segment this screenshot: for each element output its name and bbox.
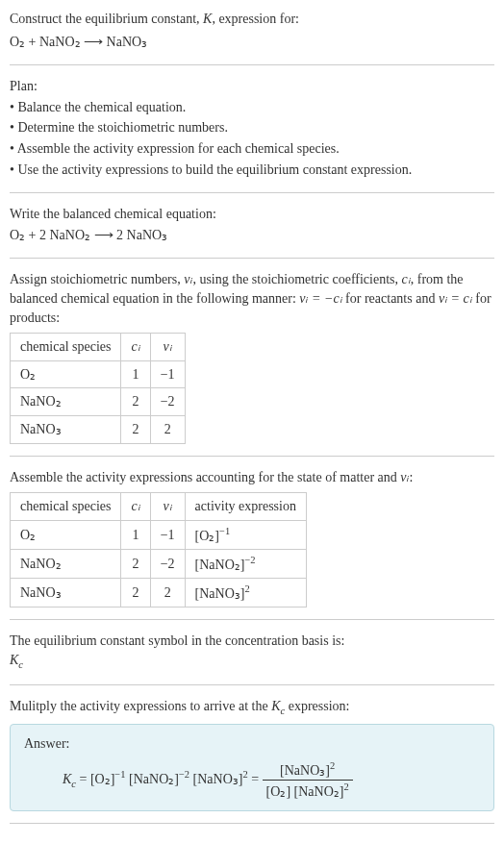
activity-heading-b: : bbox=[410, 470, 414, 484]
col-activity: activity expression bbox=[185, 493, 306, 521]
symbol-section: The equilibrium constant symbol in the c… bbox=[10, 632, 494, 684]
cell-nui: −2 bbox=[150, 549, 185, 578]
rel2: νᵢ = cᵢ bbox=[439, 291, 472, 306]
cell-species: NaNO₂ bbox=[11, 388, 121, 416]
cell-nui: 2 bbox=[150, 579, 185, 608]
cell-species: O₂ bbox=[11, 360, 121, 388]
title-k: K bbox=[203, 12, 212, 26]
cell-ci: 2 bbox=[121, 549, 150, 578]
col-ci: cᵢ bbox=[121, 493, 150, 521]
cell-nui: −2 bbox=[150, 388, 185, 416]
c-i: cᵢ bbox=[402, 272, 411, 286]
cell-ci: 1 bbox=[121, 520, 150, 549]
balanced-heading: Write the balanced chemical equation: bbox=[10, 205, 494, 224]
plan-section: Plan: • Balance the chemical equation. •… bbox=[10, 77, 494, 193]
cell-ci: 1 bbox=[121, 360, 150, 388]
stoich-section: Assign stoichiometric numbers, νᵢ, using… bbox=[10, 270, 494, 456]
table-row: NaNO₂ 2 −2 bbox=[11, 388, 186, 416]
kc-expression: Kc = [O₂]−1 [NaNO₂]−2 [NaNO₃]2 = [NaNO₃]… bbox=[24, 759, 480, 802]
symbol-text: The equilibrium constant symbol in the c… bbox=[10, 632, 494, 651]
title-prefix: Construct the equilibrium constant, bbox=[10, 12, 203, 26]
cell-ci: 2 bbox=[121, 388, 150, 416]
final-section: Mulitply the activity expressions to arr… bbox=[10, 697, 494, 825]
numerator: [NaNO₃]2 bbox=[263, 759, 353, 781]
final-heading: Mulitply the activity expressions to arr… bbox=[10, 697, 494, 718]
col-nui: νᵢ bbox=[150, 493, 185, 521]
nu-i: νᵢ bbox=[400, 470, 409, 484]
table-row: NaNO₃ 2 2 [NaNO₃]2 bbox=[11, 579, 307, 608]
plan-heading: Plan: bbox=[10, 77, 494, 96]
table-row: NaNO₂ 2 −2 [NaNO₂]−2 bbox=[11, 549, 307, 578]
plan-item: • Balance the chemical equation. bbox=[10, 98, 494, 117]
stoich-table: chemical species cᵢ νᵢ O₂ 1 −1 NaNO₂ 2 −… bbox=[10, 333, 186, 443]
cell-activity: [NaNO₂]−2 bbox=[185, 549, 306, 578]
cell-species: NaNO₃ bbox=[11, 415, 121, 443]
table-row: NaNO₃ 2 2 bbox=[11, 415, 186, 443]
fraction: [NaNO₃]2[O₂] [NaNO₂]2 bbox=[263, 759, 353, 802]
activity-heading: Assemble the activity expressions accoun… bbox=[10, 468, 494, 487]
cell-activity: [O₂]−1 bbox=[185, 520, 306, 549]
col-ci: cᵢ bbox=[121, 334, 150, 361]
stoich-text: Assign stoichiometric numbers, νᵢ, using… bbox=[10, 270, 494, 327]
title-suffix: , expression for: bbox=[212, 12, 299, 26]
answer-label: Answer: bbox=[24, 734, 480, 754]
final-heading-b: expression: bbox=[285, 699, 349, 713]
stoich-text-b: , using the stoichiometric coefficients, bbox=[192, 272, 401, 286]
table-header-row: chemical species cᵢ νᵢ bbox=[11, 334, 186, 361]
kc-symbol: Kc bbox=[10, 651, 494, 672]
cell-nui: −1 bbox=[150, 520, 185, 549]
col-species: chemical species bbox=[11, 493, 121, 521]
unbalanced-equation: O₂ + NaNO₂ ⟶ NaNO₃ bbox=[10, 33, 494, 52]
rel1: νᵢ = −cᵢ bbox=[299, 291, 341, 306]
denominator: [O₂] [NaNO₂]2 bbox=[263, 781, 353, 801]
cell-species: O₂ bbox=[11, 520, 121, 549]
plan-item: • Assemble the activity expression for e… bbox=[10, 139, 494, 159]
answer-box: Answer: Kc = [O₂]−1 [NaNO₂]−2 [NaNO₃]2 =… bbox=[10, 724, 494, 811]
table-row: O₂ 1 −1 [O₂]−1 bbox=[11, 520, 307, 549]
balanced-section: Write the balanced chemical equation: O₂… bbox=[10, 205, 494, 259]
construct-title: Construct the equilibrium constant, K, e… bbox=[10, 10, 494, 29]
activity-table: chemical species cᵢ νᵢ activity expressi… bbox=[10, 492, 307, 608]
final-heading-a: Mulitply the activity expressions to arr… bbox=[10, 699, 271, 713]
cell-species: NaNO₃ bbox=[11, 579, 121, 608]
cell-activity: [NaNO₃]2 bbox=[185, 579, 306, 608]
col-nui: νᵢ bbox=[150, 334, 185, 361]
cell-species: NaNO₂ bbox=[11, 549, 121, 578]
cell-ci: 2 bbox=[121, 579, 150, 608]
table-row: O₂ 1 −1 bbox=[11, 360, 186, 388]
cell-ci: 2 bbox=[121, 415, 150, 443]
table-header-row: chemical species cᵢ νᵢ activity expressi… bbox=[11, 493, 307, 521]
cell-nui: −1 bbox=[150, 360, 185, 388]
plan-item: • Use the activity expressions to build … bbox=[10, 161, 494, 180]
stoich-text-d: for reactants and bbox=[342, 291, 439, 306]
activity-heading-a: Assemble the activity expressions accoun… bbox=[10, 470, 400, 484]
stoich-text-a: Assign stoichiometric numbers, bbox=[10, 272, 184, 286]
balanced-equation: O₂ + 2 NaNO₂ ⟶ 2 NaNO₃ bbox=[10, 226, 494, 245]
plan-item: • Determine the stoichiometric numbers. bbox=[10, 118, 494, 137]
cell-nui: 2 bbox=[150, 415, 185, 443]
header-section: Construct the equilibrium constant, K, e… bbox=[10, 10, 494, 65]
col-species: chemical species bbox=[11, 334, 121, 361]
activity-section: Assemble the activity expressions accoun… bbox=[10, 468, 494, 621]
